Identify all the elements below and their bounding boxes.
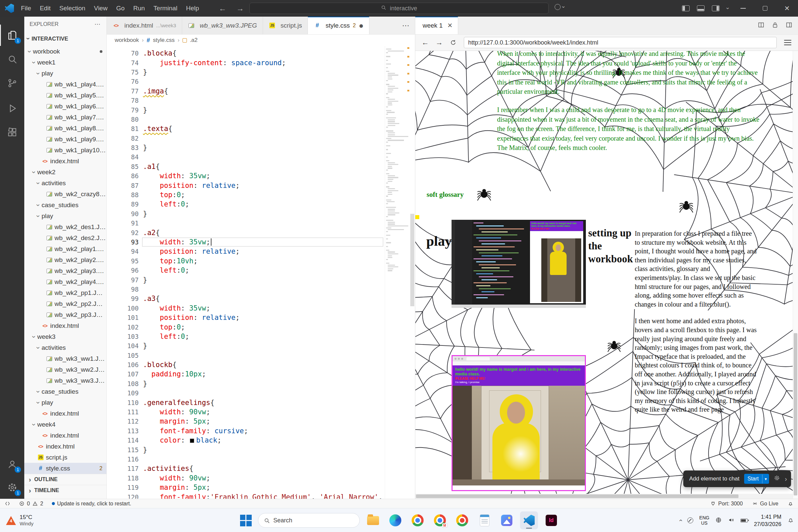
code-line-87[interactable]: 87 position: relative; xyxy=(107,180,385,190)
code-line-102[interactable]: 102 top:0; xyxy=(107,322,385,331)
search-sidebar-icon[interactable] xyxy=(0,49,24,70)
customize-layout-icon[interactable]: › xyxy=(724,7,731,9)
embedded-image-webpage-screenshot[interactable]: hello world! my name is margot and i am … xyxy=(452,355,586,491)
toggle-secondary-sidebar-icon[interactable] xyxy=(712,5,720,11)
embedded-image-vscode-screenshot[interactable]: hello world! my name is margot and i am … xyxy=(452,220,586,308)
browser-menu-icon[interactable] xyxy=(784,40,791,45)
code-line-97[interactable]: 97} xyxy=(107,275,385,284)
breadcrumb-folder[interactable]: workbook xyxy=(115,37,139,43)
tree-folder-week3[interactable]: ›week3 xyxy=(24,331,107,342)
start-button[interactable]: Start ▾ xyxy=(744,474,769,484)
layout-icon[interactable] xyxy=(785,21,793,30)
extensions-icon[interactable] xyxy=(0,122,24,143)
taskbar-icon-indesign[interactable]: Id xyxy=(542,511,560,529)
tree-file-wb_wk1_play8.png[interactable]: wb_wk1_play8.png xyxy=(24,123,107,134)
sidebar-more-actions-icon[interactable]: ⋯ xyxy=(94,21,101,28)
breadcrumb-file[interactable]: style.css xyxy=(153,37,174,43)
tab-index.html[interactable]: <>index.html...\week3 xyxy=(107,17,182,34)
taskbar-search-input[interactable]: Search xyxy=(258,513,360,528)
taskbar-icon-chrome-gmail[interactable]: M xyxy=(431,511,449,529)
breadcrumb-symbol[interactable]: .a2 xyxy=(190,37,198,43)
tree-file-wb_wk2_play3.png[interactable]: wb_wk2_play3.png xyxy=(24,265,107,276)
code-line-108[interactable]: 108} xyxy=(107,379,385,388)
code-line-101[interactable]: 101 position: relative; xyxy=(107,313,385,322)
code-line-74[interactable]: 74 justify-content: space-around; xyxy=(107,58,385,67)
url-input[interactable]: http://127.0.0.1:3000/workbook/week1/ind… xyxy=(464,37,777,48)
menu-selection[interactable]: Selection xyxy=(55,0,90,17)
tree-file-wb_wk3_ww1.JPEG[interactable]: wb_wk3_ww1.JPEG xyxy=(24,353,107,364)
editor-scrollbar-thumb[interactable] xyxy=(410,214,414,306)
code-line-104[interactable]: 104} xyxy=(107,341,385,350)
code-line-114[interactable]: 114 color: black; xyxy=(107,436,385,445)
network-globe-icon[interactable] xyxy=(715,517,722,524)
language-indicator[interactable]: ENG US xyxy=(699,515,709,526)
go-live-button[interactable]: Go Live xyxy=(752,501,778,507)
code-line-82[interactable]: 82 xyxy=(107,134,385,143)
minimize-button[interactable] xyxy=(732,0,754,17)
outline-section[interactable]: › OUTLINE xyxy=(24,474,107,485)
command-center-search[interactable]: interactive xyxy=(249,3,549,14)
code-line-81[interactable]: 81.texta{ xyxy=(107,124,385,133)
tree-folder-case_studies[interactable]: ›case_studies xyxy=(24,386,107,397)
menu-edit[interactable]: Edit xyxy=(36,0,55,17)
tree-folder-week1[interactable]: ›week1 xyxy=(24,57,107,68)
tree-file-wb_wk2_des1.JPEG[interactable]: wb_wk2_des1.JPEG xyxy=(24,222,107,232)
browser-back-icon[interactable]: ← xyxy=(419,37,431,48)
code-editor[interactable]: 70.blocka{74 justify-content: space-arou… xyxy=(107,46,385,499)
notification-bell-icon[interactable] xyxy=(787,517,794,524)
editor-scrollbar[interactable] xyxy=(410,46,415,499)
tab-more-actions-icon[interactable]: ⋯ xyxy=(397,21,415,30)
code-line-107[interactable]: 107 padding:10px; xyxy=(107,369,385,379)
browser-hscrollbar-thumb[interactable] xyxy=(416,494,739,498)
history-back-icon[interactable]: ← xyxy=(219,4,226,13)
tree-file-style.css[interactable]: #style.css2 xyxy=(24,463,107,474)
code-line-80[interactable]: 80 xyxy=(107,115,385,124)
tree-folder-case_studies[interactable]: ›case_studies xyxy=(24,200,107,210)
tree-file-index.html[interactable]: <>index.html xyxy=(24,156,107,167)
tree-folder-week4[interactable]: ›week4 xyxy=(24,419,107,430)
tree-folder-activities[interactable]: ›activities xyxy=(24,177,107,189)
account-icon[interactable]: 1 xyxy=(0,454,24,475)
problems-indicator[interactable]: 0 2 xyxy=(19,501,43,507)
taskbar-icon-file-explorer[interactable] xyxy=(364,511,382,529)
code-line-117[interactable]: 117.activities{ xyxy=(107,464,385,473)
tab-style.css[interactable]: #style.css2● xyxy=(308,17,369,34)
code-line-90[interactable]: 90} xyxy=(107,209,385,218)
code-line-89[interactable]: 89 left:0; xyxy=(107,200,385,209)
code-line-112[interactable]: 112 margin: 5px; xyxy=(107,417,385,426)
tree-file-wb_wk1_play10.png[interactable]: wb_wk1_play10.png xyxy=(24,145,107,156)
tree-file-wb_wk2_pp2.JPEG[interactable]: wb_wk2_pp2.JPEG xyxy=(24,298,107,309)
copilot-button[interactable]: › xyxy=(555,4,565,10)
code-line-79[interactable]: 79} xyxy=(107,105,385,114)
tree-file-wb_wk2_pp1.JPEG[interactable]: wb_wk2_pp1.JPEG xyxy=(24,287,107,298)
menu-help[interactable]: Help xyxy=(182,0,203,17)
menu-run[interactable]: Run xyxy=(129,0,149,17)
taskbar-icon-vscode[interactable] xyxy=(520,511,538,529)
code-line-111[interactable]: 111 width: 90vw; xyxy=(107,407,385,417)
tree-folder-play[interactable]: ›play xyxy=(24,210,107,222)
tree-file-wb_wk3_ww2.JPEG[interactable]: wb_wk3_ww2.JPEG xyxy=(24,364,107,375)
code-line-75[interactable]: 75} xyxy=(107,68,385,77)
menu-view[interactable]: View xyxy=(90,0,112,17)
gear-icon[interactable] xyxy=(774,475,780,483)
code-line-88[interactable]: 88 top:0; xyxy=(107,190,385,200)
code-line-105[interactable]: 105 xyxy=(107,351,385,360)
taskbar-icon-chrome[interactable] xyxy=(408,511,426,529)
browser-forward-icon[interactable]: → xyxy=(433,37,445,48)
chevron-right-icon[interactable]: › xyxy=(785,475,787,483)
code-line-95[interactable]: 95 top:10vh; xyxy=(107,256,385,266)
tree-folder-activities[interactable]: ›activities xyxy=(24,342,107,353)
code-line-113[interactable]: 113 font-family: cursive; xyxy=(107,426,385,436)
tree-file-index.html[interactable]: <>index.html xyxy=(24,441,107,452)
timeline-section[interactable]: › TIMELINE xyxy=(24,485,107,496)
close-button[interactable]: ✕ xyxy=(776,0,798,17)
tree-folder-workbook[interactable]: ›workbook xyxy=(24,46,107,57)
tab-script.js[interactable]: JSscript.js xyxy=(263,17,308,34)
code-line-103[interactable]: 103 left:0; xyxy=(107,332,385,341)
port-indicator[interactable]: Port: 3000 xyxy=(710,501,743,507)
taskbar-icon-notepad[interactable] xyxy=(475,511,493,529)
code-line-70[interactable]: 70.blocka{ xyxy=(107,49,385,58)
tree-file-wb_wk2_crazy8s.J...[interactable]: wb_wk2_crazy8s.J... xyxy=(24,189,107,200)
code-line-120[interactable]: 120 font-family:'Franklin Gothic Medium'… xyxy=(107,492,385,499)
tree-file-wb_wk1_play7.png[interactable]: wb_wk1_play7.png xyxy=(24,112,107,123)
